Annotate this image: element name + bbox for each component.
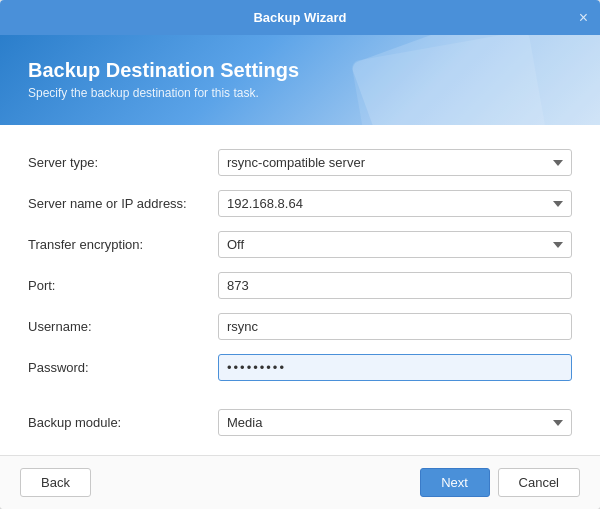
header-subtitle: Specify the backup destination for this … <box>28 86 572 100</box>
server-name-select[interactable]: 192.168.8.64 <box>218 190 572 217</box>
password-label: Password: <box>28 360 218 375</box>
header-banner: Backup Destination Settings Specify the … <box>0 35 600 125</box>
dialog-title: Backup Wizard <box>253 10 346 25</box>
backup-wizard-dialog: Backup Wizard × Backup Destination Setti… <box>0 0 600 509</box>
username-row: Username: <box>28 313 572 340</box>
server-type-label: Server type: <box>28 155 218 170</box>
port-row: Port: <box>28 272 572 299</box>
form-content: Server type: rsync-compatible server rsy… <box>0 125 600 455</box>
next-button[interactable]: Next <box>420 468 490 497</box>
password-input[interactable] <box>218 354 572 381</box>
transfer-encryption-select[interactable]: Off On <box>218 231 572 258</box>
transfer-encryption-label: Transfer encryption: <box>28 237 218 252</box>
footer-right-buttons: Next Cancel <box>420 468 580 497</box>
back-button[interactable]: Back <box>20 468 91 497</box>
cancel-button[interactable]: Cancel <box>498 468 580 497</box>
backup-module-row: Backup module: Media Backup Home <box>28 409 572 436</box>
password-row: Password: <box>28 354 572 381</box>
backup-module-select[interactable]: Media Backup Home <box>218 409 572 436</box>
server-type-row: Server type: rsync-compatible server rsy… <box>28 149 572 176</box>
username-label: Username: <box>28 319 218 334</box>
footer: Back Next Cancel <box>0 455 600 509</box>
close-button[interactable]: × <box>579 10 588 26</box>
server-name-row: Server name or IP address: 192.168.8.64 <box>28 190 572 217</box>
backup-module-label: Backup module: <box>28 415 218 430</box>
port-label: Port: <box>28 278 218 293</box>
username-input[interactable] <box>218 313 572 340</box>
server-name-label: Server name or IP address: <box>28 196 218 211</box>
transfer-encryption-row: Transfer encryption: Off On <box>28 231 572 258</box>
title-bar: Backup Wizard × <box>0 0 600 35</box>
header-title: Backup Destination Settings <box>28 59 572 82</box>
port-input[interactable] <box>218 272 572 299</box>
server-type-select[interactable]: rsync-compatible server rsync server FTP… <box>218 149 572 176</box>
